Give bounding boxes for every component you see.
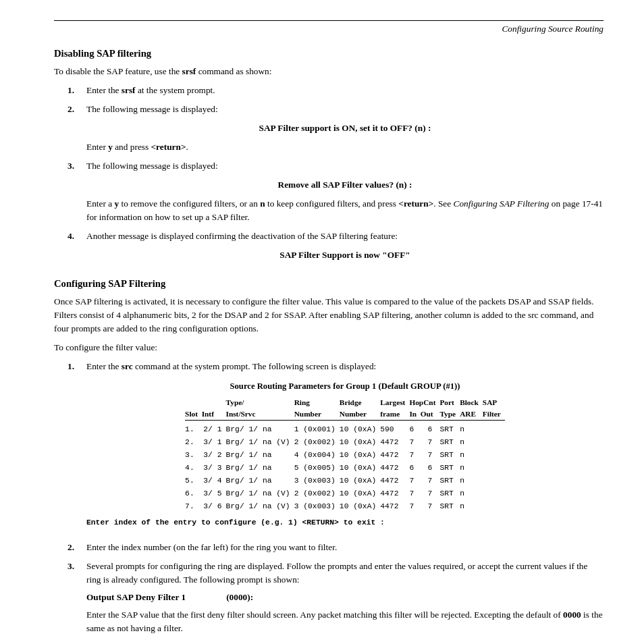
- output-prompt: Output SAP Deny Filter 1 (0000):: [86, 591, 603, 604]
- col-type-inst: Type/Inst/Srvc: [226, 397, 294, 420]
- header-rule: [54, 20, 603, 21]
- cell: 10 (0xA): [340, 423, 380, 436]
- step1-4-content: Another message is displayed confirming …: [86, 230, 603, 267]
- cell: 4472: [380, 500, 409, 513]
- cell: 4. 3/ 3: [185, 462, 225, 475]
- cell: 6 6: [409, 462, 439, 475]
- cell: SRT: [439, 462, 460, 475]
- step1-2-prompt: SAP Filter support is ON, set it to OFF?…: [86, 122, 603, 135]
- table-row: 7. 3/ 6 Brg/ 1/ na (V) 3 (0x003) 10 (0xA…: [185, 500, 505, 513]
- step1-1: 1. Enter the srsf at the system prompt.: [68, 84, 603, 97]
- cell: 2 (0x002): [294, 436, 340, 449]
- step1-3: 3. The following message is displayed: R…: [68, 159, 603, 224]
- step2-1-content: Enter the src command at the system prom…: [86, 360, 603, 535]
- cell: Brg/ 1/ na (V): [226, 436, 294, 449]
- step1-2-after: Enter y and press <return>.: [86, 140, 603, 154]
- table-title: Source Routing Parameters for Group 1 (D…: [86, 380, 603, 393]
- routing-table-container: Source Routing Parameters for Group 1 (D…: [86, 380, 603, 529]
- section1-title: Disabling SAP filtering: [54, 48, 603, 59]
- cell: SRT: [439, 487, 460, 500]
- cell: Brg/ 1/ na: [226, 423, 294, 436]
- cell: 2 (0x002): [294, 487, 340, 500]
- table-row: 3. 3/ 2 Brg/ 1/ na 4 (0x004) 10 (0xA) 44…: [185, 449, 505, 462]
- col-block: BlockARE: [460, 397, 483, 420]
- step1-3-num: 3.: [68, 159, 86, 224]
- cell: 10 (0xA): [340, 475, 380, 487]
- cell: 7 7: [409, 487, 439, 500]
- cell: 2. 3/ 1: [185, 436, 225, 449]
- cell: 4472: [380, 436, 409, 449]
- step1-2: 2. The following message is displayed: S…: [68, 103, 603, 154]
- cell: [483, 500, 505, 513]
- header-title: Configuring Source Routing: [54, 24, 603, 34]
- step1-2-content: The following message is displayed: SAP …: [86, 103, 603, 154]
- cell: Brg/ 1/ na: [226, 475, 294, 487]
- cell: 10 (0xA): [340, 436, 380, 449]
- cell: 3 (0x003): [294, 500, 340, 513]
- cell: n: [460, 436, 483, 449]
- step2-2-content: Enter the index number (on the far left)…: [86, 541, 603, 554]
- output-value: (0000):: [226, 591, 253, 604]
- cell: 3. 3/ 2: [185, 449, 225, 462]
- cell: 4472: [380, 475, 409, 487]
- cell: SRT: [439, 423, 460, 436]
- cell: 4472: [380, 462, 409, 475]
- cell: 7. 3/ 6: [185, 500, 225, 513]
- cell: 4472: [380, 449, 409, 462]
- enter-index-text: Enter index of the entry to configure (e…: [86, 517, 603, 529]
- cell: [483, 449, 505, 462]
- cell: 7 7: [409, 500, 439, 513]
- cell: [483, 475, 505, 487]
- col-slot-intf: Slot Intf: [185, 397, 225, 420]
- cell: 6. 3/ 5: [185, 487, 225, 500]
- step2-3-content: Several prompts for configuring the ring…: [86, 560, 603, 635]
- cell: n: [460, 475, 483, 487]
- col-bridge: BridgeNumber: [340, 397, 380, 420]
- step2-1-num: 1.: [68, 360, 86, 535]
- cell: Brg/ 1/ na (V): [226, 487, 294, 500]
- section2-para2: To configure the filter value:: [54, 341, 603, 354]
- step1-4-num: 4.: [68, 230, 86, 267]
- cell: 10 (0xA): [340, 462, 380, 475]
- cell: n: [460, 487, 483, 500]
- table-row: 2. 3/ 1 Brg/ 1/ na (V) 2 (0x002) 10 (0xA…: [185, 436, 505, 449]
- step2-3-after: Enter the SAP value that the first deny …: [86, 608, 603, 635]
- step1-4-prompt: SAP Filter Support is now "OFF": [86, 248, 603, 262]
- cell: 10 (0xA): [340, 487, 380, 500]
- cell: n: [460, 449, 483, 462]
- cell: n: [460, 462, 483, 475]
- step1-1-num: 1.: [68, 84, 86, 97]
- step1-1-content: Enter the srsf at the system prompt.: [86, 84, 603, 97]
- output-label: Output SAP Deny Filter 1: [86, 591, 186, 604]
- step1-4: 4. Another message is displayed confirmi…: [68, 230, 603, 267]
- cell: 4472: [380, 487, 409, 500]
- cell: [483, 436, 505, 449]
- section2-steps: 1. Enter the src command at the system p…: [68, 360, 603, 635]
- step1-3-content: The following message is displayed: Remo…: [86, 159, 603, 224]
- cell: 7 7: [409, 475, 439, 487]
- cell: 5. 3/ 4: [185, 475, 225, 487]
- col-sap: SAPFilter: [483, 397, 505, 420]
- cell: 5 (0x005): [294, 462, 340, 475]
- step1-3-after: Enter a y to remove the configured filte…: [86, 197, 603, 224]
- cell: Brg/ 1/ na: [226, 449, 294, 462]
- cell: 3 (0x003): [294, 475, 340, 487]
- page: Configuring Source Routing Disabling SAP…: [0, 0, 644, 644]
- col-hopcnt: HopCntIn Out: [409, 397, 439, 420]
- cell: 1 (0x001): [294, 423, 340, 436]
- cell: 6 6: [409, 423, 439, 436]
- col-largest: Largestframe: [380, 397, 409, 420]
- cell: SRT: [439, 436, 460, 449]
- step2-3-num: 3.: [68, 560, 86, 635]
- cell: 10 (0xA): [340, 449, 380, 462]
- cell: [483, 462, 505, 475]
- cell: 10 (0xA): [340, 500, 380, 513]
- table-header-row1: Slot Intf Type/Inst/Srvc RingNumber Brid…: [185, 397, 505, 420]
- cell: 7 7: [409, 449, 439, 462]
- step2-2: 2. Enter the index number (on the far le…: [68, 541, 603, 554]
- step1-2-num: 2.: [68, 103, 86, 154]
- col-ring: RingNumber: [294, 397, 340, 420]
- col-port: PortType: [439, 397, 460, 420]
- cell: Brg/ 1/ na (V): [226, 500, 294, 513]
- table-row: 4. 3/ 3 Brg/ 1/ na 5 (0x005) 10 (0xA) 44…: [185, 462, 505, 475]
